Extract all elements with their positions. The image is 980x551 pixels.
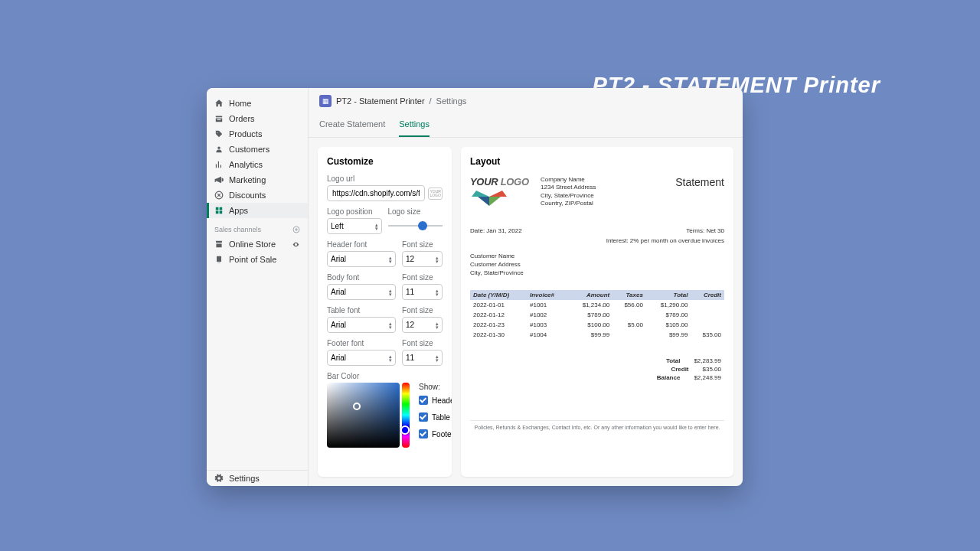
doc-header: YOUR LOGO Company Name 1234 Street Addre… [470, 176, 724, 209]
show-header-checkbox[interactable]: Header [419, 396, 452, 405]
tab-settings[interactable]: Settings [399, 114, 430, 137]
app-icon: ▦ [319, 95, 332, 107]
table-row: 2022-01-01#1001$1,234.00$56.00$1,290.00 [470, 300, 724, 310]
sidebar-item-products[interactable]: Products [207, 126, 308, 142]
breadcrumb-app[interactable]: PT2 - Statement Printer [336, 96, 425, 106]
tabs: Create Statement Settings [309, 114, 743, 138]
sidebar-channel-pos[interactable]: Point of Sale [207, 252, 308, 267]
body-size-label: Font size [402, 273, 443, 282]
svg-marker-2 [489, 191, 507, 197]
date-label: Date: Jan 31, 2022 [470, 227, 522, 234]
show-label: Show: [419, 383, 452, 391]
table-size-select[interactable]: 12▴▾ [402, 317, 443, 333]
sidebar-item-home[interactable]: Home [207, 96, 308, 111]
layout-panel: Layout YOUR LOGO [461, 147, 733, 477]
channel-label: Point of Sale [229, 255, 276, 264]
sidebar-item-discounts[interactable]: Discounts [207, 187, 308, 203]
logo-url-input[interactable] [327, 185, 425, 201]
logo-size-slider[interactable] [388, 220, 443, 231]
channel-label: Online Store [229, 240, 276, 249]
sidebar-label: Discounts [229, 191, 266, 200]
table-row: 2022-01-30#1004$99.99$99.99$35.00 [470, 330, 724, 340]
layout-title: Layout [470, 156, 724, 167]
sidebar-item-customers[interactable]: Customers [207, 142, 308, 157]
svg-marker-3 [478, 197, 489, 206]
checkbox-icon [419, 412, 428, 422]
table-header-row: Date (Y/M/D) Invoice# Amount Taxes Total… [470, 290, 724, 300]
sidebar-label: Orders [229, 114, 255, 123]
tab-create-statement[interactable]: Create Statement [319, 114, 385, 137]
header-size-label: Font size [402, 240, 443, 249]
orders-icon [214, 114, 224, 123]
footer-size-label: Font size [402, 339, 443, 347]
sidebar-label: Marketing [229, 175, 266, 184]
customize-panel: Customize Logo url YOURLOGO Logo positio… [318, 147, 452, 477]
sidebar-channels-header: Sales channels [207, 218, 308, 236]
body-font-label: Body font [327, 273, 396, 282]
sidebar-channel-online-store[interactable]: Online Store [207, 236, 308, 252]
bar-color-label: Bar Color [327, 372, 443, 380]
logo-size-label: Logo size [388, 207, 443, 216]
logo-url-label: Logo url [327, 174, 443, 183]
footer-size-select[interactable]: 11▴▾ [402, 350, 443, 366]
show-footer-checkbox[interactable]: Footer [419, 429, 452, 439]
apps-icon [214, 206, 224, 215]
sidebar-label: Apps [229, 206, 248, 215]
footer-font-label: Footer font [327, 339, 396, 347]
store-icon [214, 240, 224, 249]
slider-knob[interactable] [418, 221, 427, 230]
sidebar-label: Customers [229, 145, 270, 154]
sidebar-label: Products [229, 129, 262, 139]
app-window: Home Orders Products Customers Analytics… [207, 88, 743, 486]
footer-line: Policies, Refunds & Exchanges, Contact I… [470, 420, 724, 430]
doc-meta: Date: Jan 31, 2022 Terms: Net 30 [470, 227, 724, 234]
table-row: 2022-01-23#1003$100.00$5.00$105.00 [470, 320, 724, 330]
header-size-select[interactable]: 12▴▾ [402, 251, 443, 267]
add-icon[interactable] [292, 226, 300, 233]
logo-preview-thumb: YOURLOGO [428, 187, 443, 200]
terms-label: Terms: Net 30 [686, 227, 724, 234]
breadcrumb: ▦ PT2 - Statement Printer / Settings [309, 88, 743, 114]
checkbox-icon [419, 396, 428, 405]
sidebar: Home Orders Products Customers Analytics… [207, 88, 309, 486]
color-saturation-pane[interactable] [327, 383, 400, 448]
analytics-icon [214, 160, 224, 169]
discounts-icon [214, 191, 224, 200]
sidebar-settings[interactable]: Settings [207, 471, 308, 486]
show-table-checkbox[interactable]: Table [419, 412, 452, 422]
customers-icon [214, 145, 224, 154]
body-font-select[interactable]: Arial▴▾ [327, 284, 396, 300]
statement-title: Statement [675, 176, 724, 188]
logo-position-select[interactable]: Left▴▾ [327, 218, 382, 234]
table-font-label: Table font [327, 306, 396, 315]
statement-preview: YOUR LOGO Company Name 1234 Street Addre… [470, 176, 724, 430]
sidebar-item-orders[interactable]: Orders [207, 111, 308, 126]
marketing-icon [214, 175, 224, 184]
sidebar-item-analytics[interactable]: Analytics [207, 157, 308, 172]
color-picker[interactable] [327, 383, 410, 448]
sidebar-item-apps[interactable]: Apps [207, 203, 308, 218]
color-hue-slider[interactable] [402, 383, 410, 448]
table-size-label: Font size [402, 306, 443, 315]
customer-info: Customer Name Customer Address City, Sta… [470, 252, 724, 278]
products-icon [214, 129, 224, 139]
sidebar-label: Home [229, 99, 251, 108]
eye-icon[interactable] [292, 240, 300, 249]
svg-marker-4 [489, 197, 501, 206]
interest-label: Interest: 2% per month on overdue invoic… [606, 237, 724, 244]
logo-position-label: Logo position [327, 207, 382, 216]
checkbox-icon [419, 429, 428, 439]
gear-icon [214, 474, 224, 483]
customize-title: Customize [327, 156, 443, 167]
main-content: ▦ PT2 - Statement Printer / Settings Cre… [309, 88, 743, 486]
table-row: 2022-01-12#1002$789.00$789.00 [470, 310, 724, 320]
show-options: Show: Header Table Footer [419, 383, 452, 448]
header-font-select[interactable]: Arial▴▾ [327, 251, 396, 267]
footer-font-select[interactable]: Arial▴▾ [327, 350, 396, 366]
home-icon [214, 99, 224, 108]
breadcrumb-page: Settings [436, 96, 467, 106]
sidebar-item-marketing[interactable]: Marketing [207, 172, 308, 187]
logo-shape-icon [470, 189, 508, 207]
body-size-select[interactable]: 11▴▾ [402, 284, 443, 300]
table-font-select[interactable]: Arial▴▾ [327, 317, 396, 333]
